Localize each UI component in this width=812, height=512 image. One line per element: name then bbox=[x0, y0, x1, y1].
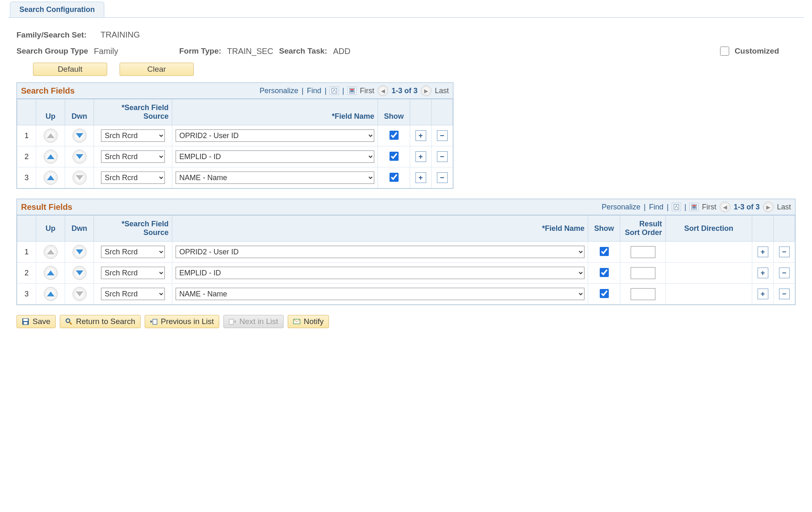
show-checkbox[interactable] bbox=[600, 289, 609, 298]
next-in-list-button: Next in List bbox=[223, 315, 284, 328]
sort-order-input[interactable] bbox=[631, 246, 655, 258]
search-fields-title: Search Fields bbox=[21, 86, 75, 96]
source-select[interactable]: Srch Rcrd bbox=[101, 150, 165, 163]
move-up-button bbox=[44, 129, 58, 143]
svg-rect-7 bbox=[692, 205, 696, 207]
pager-prev-icon[interactable]: ◀ bbox=[720, 202, 730, 212]
pager-next-icon[interactable]: ▶ bbox=[421, 85, 432, 96]
pager-prev-icon[interactable]: ◀ bbox=[378, 85, 388, 96]
search-fields-grid: Search Fields Personalize | Find | | Fir… bbox=[16, 82, 453, 189]
col-show: Show bbox=[588, 216, 620, 242]
field-name-select[interactable]: OPRID2 - User IDEMPLID - IDNAME - Name bbox=[176, 288, 584, 300]
col-sort-order: Result Sort Order bbox=[620, 216, 666, 242]
pager-first[interactable]: First bbox=[702, 203, 716, 211]
delete-row-button[interactable]: − bbox=[437, 130, 448, 141]
save-button[interactable]: Save bbox=[16, 315, 56, 328]
search-icon bbox=[65, 318, 73, 325]
delete-row-button[interactable]: − bbox=[437, 151, 448, 162]
download-icon[interactable] bbox=[347, 87, 357, 95]
sort-direction-cell bbox=[666, 263, 752, 284]
svg-point-13 bbox=[66, 319, 70, 322]
source-select[interactable]: Srch Rcrd bbox=[101, 171, 165, 184]
form-type-label: Form Type: bbox=[179, 47, 221, 56]
svg-rect-15 bbox=[153, 319, 157, 324]
move-down-button[interactable] bbox=[73, 266, 87, 280]
find-link[interactable]: Find bbox=[307, 87, 322, 95]
show-checkbox[interactable] bbox=[600, 268, 609, 277]
move-down-button[interactable] bbox=[73, 150, 87, 164]
add-row-button[interactable]: + bbox=[758, 289, 768, 299]
tab-bar: Search Configuration bbox=[8, 0, 804, 18]
customized-label: Customized bbox=[735, 47, 779, 56]
source-select[interactable]: Srch Rcrd bbox=[101, 246, 165, 258]
move-up-button[interactable] bbox=[44, 287, 58, 301]
notify-button[interactable]: Notify bbox=[288, 315, 329, 328]
show-checkbox[interactable] bbox=[390, 131, 399, 140]
field-name-select[interactable]: OPRID2 - User IDEMPLID - IDNAME - Name bbox=[176, 150, 374, 163]
col-source: *Search Field Source bbox=[94, 216, 172, 242]
col-up: Up bbox=[36, 99, 65, 125]
search-task-label: Search Task: bbox=[279, 47, 327, 56]
pager-next-icon[interactable]: ▶ bbox=[763, 202, 774, 212]
zoom-icon[interactable] bbox=[330, 87, 339, 95]
notify-icon bbox=[293, 318, 300, 325]
move-up-button[interactable] bbox=[44, 266, 58, 280]
sort-direction-cell bbox=[666, 242, 752, 263]
col-field-name: *Field Name bbox=[172, 216, 588, 242]
source-select[interactable]: Srch Rcrd bbox=[101, 288, 165, 300]
source-select[interactable]: Srch Rcrd bbox=[101, 129, 165, 142]
svg-rect-11 bbox=[23, 319, 28, 321]
row-number: 1 bbox=[17, 125, 36, 146]
move-down-button[interactable] bbox=[73, 245, 87, 259]
tab-search-configuration[interactable]: Search Configuration bbox=[10, 2, 104, 17]
sort-order-input[interactable] bbox=[631, 267, 655, 279]
add-row-button[interactable]: + bbox=[415, 151, 426, 162]
table-row: 2Srch RcrdOPRID2 - User IDEMPLID - IDNAM… bbox=[17, 263, 795, 284]
pager-first[interactable]: First bbox=[360, 87, 374, 95]
result-fields-grid: Result Fields Personalize | Find | | Fir… bbox=[16, 199, 796, 305]
delete-row-button[interactable]: − bbox=[779, 268, 790, 278]
field-name-select[interactable]: OPRID2 - User IDEMPLID - IDNAME - Name bbox=[176, 267, 584, 279]
move-down-button bbox=[73, 287, 87, 301]
col-dwn: Dwn bbox=[65, 216, 94, 242]
find-link[interactable]: Find bbox=[649, 203, 664, 211]
source-select[interactable]: Srch Rcrd bbox=[101, 267, 165, 279]
move-down-button bbox=[73, 171, 87, 185]
personalize-link[interactable]: Personalize bbox=[260, 87, 298, 95]
field-name-select[interactable]: OPRID2 - User IDEMPLID - IDNAME - Name bbox=[176, 171, 374, 184]
add-row-button[interactable]: + bbox=[415, 172, 426, 183]
col-source: *Search Field Source bbox=[94, 99, 172, 125]
field-name-select[interactable]: OPRID2 - User IDEMPLID - IDNAME - Name bbox=[176, 246, 584, 258]
col-show: Show bbox=[378, 99, 410, 125]
download-icon[interactable] bbox=[690, 203, 699, 211]
return-to-search-button[interactable]: Return to Search bbox=[60, 315, 141, 328]
field-name-select[interactable]: OPRID2 - User IDEMPLID - IDNAME - Name bbox=[176, 129, 374, 142]
add-row-button[interactable]: + bbox=[415, 130, 426, 141]
delete-row-button[interactable]: − bbox=[779, 289, 790, 299]
sort-direction-cell bbox=[666, 284, 752, 305]
svg-rect-8 bbox=[692, 207, 696, 207]
default-button[interactable]: Default bbox=[33, 63, 107, 76]
pager-last[interactable]: Last bbox=[435, 87, 449, 95]
move-up-button[interactable] bbox=[44, 171, 58, 185]
delete-row-button[interactable]: − bbox=[779, 247, 790, 257]
move-up-button[interactable] bbox=[44, 150, 58, 164]
clear-button[interactable]: Clear bbox=[120, 63, 194, 76]
move-down-button[interactable] bbox=[73, 129, 87, 143]
form-type-value: TRAIN_SEC bbox=[227, 47, 273, 56]
row-number: 2 bbox=[17, 146, 36, 167]
zoom-icon[interactable] bbox=[672, 203, 681, 211]
personalize-link[interactable]: Personalize bbox=[602, 203, 641, 211]
add-row-button[interactable]: + bbox=[758, 247, 768, 257]
pager-last[interactable]: Last bbox=[777, 203, 791, 211]
show-checkbox[interactable] bbox=[600, 247, 609, 256]
show-checkbox[interactable] bbox=[390, 152, 399, 161]
show-checkbox[interactable] bbox=[390, 173, 399, 182]
add-row-button[interactable]: + bbox=[758, 268, 768, 278]
customized-checkbox[interactable] bbox=[720, 47, 729, 56]
delete-row-button[interactable]: − bbox=[437, 172, 448, 183]
row-number: 3 bbox=[17, 284, 36, 305]
previous-in-list-button[interactable]: Previous in List bbox=[145, 315, 219, 328]
sort-order-input[interactable] bbox=[631, 288, 655, 300]
table-row: 3Srch RcrdOPRID2 - User IDEMPLID - IDNAM… bbox=[17, 167, 453, 188]
